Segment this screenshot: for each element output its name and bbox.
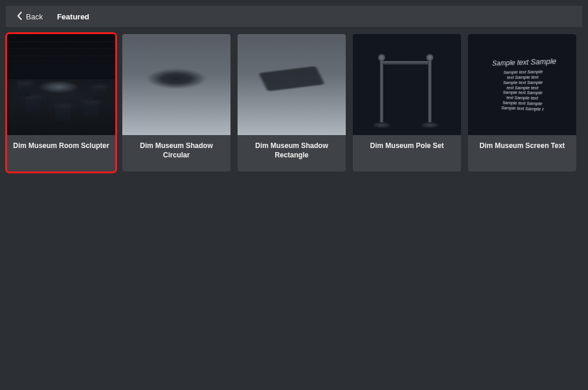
header-bar: Back Featured xyxy=(6,6,582,27)
chevron-left-icon xyxy=(16,12,22,22)
asset-label-area: Dim Museum Pole Set xyxy=(353,135,461,172)
back-button[interactable]: Back xyxy=(16,12,43,22)
asset-card-pole-set[interactable]: Dim Museum Pole Set xyxy=(353,34,461,172)
asset-card-shadow-rectangle[interactable]: Dim Museum Shadow Rectangle xyxy=(238,34,346,172)
asset-card-screen-text[interactable]: Sample text Sample Sample text Sample te… xyxy=(468,34,576,172)
asset-thumbnail xyxy=(7,34,115,135)
asset-thumbnail xyxy=(353,34,461,135)
asset-thumbnail xyxy=(238,34,346,135)
back-label: Back xyxy=(26,12,43,21)
asset-thumbnail xyxy=(122,34,230,135)
asset-label: Dim Museum Shadow Circular xyxy=(126,141,227,160)
page-title: Featured xyxy=(57,12,89,21)
asset-browser: Back Featured Dim Museum Room Sclupter xyxy=(0,0,588,172)
asset-thumbnail: Sample text Sample Sample text Sample te… xyxy=(468,34,576,135)
asset-label: Dim Museum Shadow Rectangle xyxy=(241,141,342,160)
asset-card-room-sculptor[interactable]: Dim Museum Room Sclupter xyxy=(7,34,115,172)
card-grid: Dim Museum Room Sclupter Dim Museum Shad… xyxy=(6,27,582,172)
screen-text-headline: Sample text Sample xyxy=(492,57,556,68)
asset-label-area: Dim Museum Room Sclupter xyxy=(7,135,115,172)
asset-label: Dim Museum Pole Set xyxy=(370,141,443,150)
asset-card-shadow-circular[interactable]: Dim Museum Shadow Circular xyxy=(122,34,230,172)
asset-label: Dim Museum Room Sclupter xyxy=(13,141,109,150)
asset-label-area: Dim Museum Shadow Circular xyxy=(122,135,230,172)
asset-label: Dim Museum Screen Text xyxy=(479,141,564,150)
asset-label-area: Dim Museum Screen Text xyxy=(468,135,576,172)
asset-label-area: Dim Museum Shadow Rectangle xyxy=(238,135,346,172)
